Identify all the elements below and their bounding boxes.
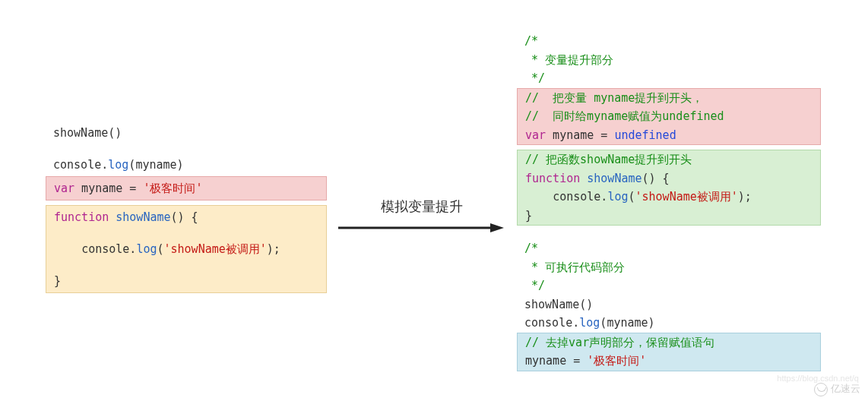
code-text: ) <box>177 158 184 172</box>
comment-line: * 变量提升部分 <box>517 51 821 70</box>
comment-line: /* <box>517 32 821 51</box>
code-text: myname <box>546 128 600 142</box>
code-text: 'showName被调用' <box>164 242 267 256</box>
code-line: console.log(myname) <box>517 314 821 333</box>
watermark-text: 亿速云 <box>831 383 860 394</box>
comment-line: */ <box>517 276 821 295</box>
comment-line: // 同时给myname赋值为undefined <box>518 107 820 126</box>
blue-box: // 去掉var声明部分，保留赋值语句 myname = '极客时间' <box>517 333 821 371</box>
code-text: myname <box>525 354 573 368</box>
comment-line: // 把函数showName提升到开头 <box>518 150 820 169</box>
code-text: function <box>54 210 109 224</box>
code-line: myname = '极客时间' <box>518 352 820 371</box>
comment-line: * 可执行代码部分 <box>517 258 821 277</box>
code-line: function showName() { <box>46 206 326 229</box>
code-line: } <box>46 270 326 292</box>
code-text: myname <box>135 158 176 172</box>
code-text: console <box>524 316 572 330</box>
pink-box: // 把变量 myname提升到开头， // 同时给myname赋值为undef… <box>517 88 821 146</box>
code-text: '极客时间' <box>136 182 202 195</box>
indent <box>54 242 81 256</box>
code-line: var myname = '极客时间' <box>46 177 326 200</box>
arrow-label: 模拟变量提升 <box>334 197 509 216</box>
comment-line: // 去掉var声明部分，保留赋值语句 <box>518 333 820 352</box>
code-line: var myname = undefined <box>518 126 820 145</box>
code-text: } <box>54 274 61 288</box>
spacer <box>46 144 327 153</box>
code-text: ( <box>628 190 635 204</box>
code-text: log <box>579 316 600 330</box>
code-text: undefined <box>607 128 676 142</box>
code-text: ) <box>648 316 655 330</box>
code-line: console.log(myname) <box>46 153 327 176</box>
pink-box: var myname = '极客时间' <box>46 176 327 200</box>
code-text: . <box>101 158 108 172</box>
arrow-icon <box>338 220 505 235</box>
green-box: // 把函数showName提升到开头 function showName() … <box>517 150 821 226</box>
code-text: ( <box>157 242 163 256</box>
code-text: console <box>553 190 600 204</box>
code-line: showName() <box>517 295 821 314</box>
code-line: function showName() { <box>518 169 820 188</box>
code-text: function <box>525 172 580 185</box>
code-text: myname <box>607 316 648 330</box>
left-code-block: showName() console.log(myname) var mynam… <box>46 122 327 298</box>
yellow-box: function showName() { console.log('showN… <box>46 205 327 293</box>
code-text: ); <box>267 242 280 256</box>
code-text: () { <box>171 210 198 224</box>
comment-line: // 把变量 myname提升到开头， <box>518 89 820 108</box>
cloud-icon <box>814 383 828 396</box>
spacer <box>46 229 326 238</box>
code-text: console <box>53 158 101 172</box>
code-text: () { <box>642 172 670 185</box>
code-text: log <box>607 190 628 204</box>
code-line: } <box>518 207 820 226</box>
svg-marker-1 <box>490 223 504 232</box>
comment-line: /* <box>517 239 821 258</box>
code-text: log <box>108 158 128 172</box>
right-code-block: /* * 变量提升部分 */ // 把变量 myname提升到开头， // 同时… <box>517 32 821 376</box>
code-text: var <box>54 182 74 195</box>
code-text: showName <box>109 210 170 224</box>
code-text: var <box>525 128 546 142</box>
comment-line: */ <box>517 69 821 88</box>
code-text: ); <box>738 190 752 204</box>
code-text: showName() <box>524 298 593 311</box>
spacer <box>46 260 326 270</box>
code-text: console <box>81 242 129 256</box>
code-text: '极客时间' <box>580 354 646 368</box>
indent <box>525 190 553 204</box>
code-line: showName() <box>46 122 327 144</box>
code-line: console.log('showName被调用'); <box>46 238 326 260</box>
code-text: myname <box>74 182 129 195</box>
code-text: = <box>573 354 580 368</box>
watermark-url: https://blog.csdn.net/q <box>777 374 859 383</box>
code-text: log <box>136 242 157 256</box>
watermark: 亿速云 <box>814 382 860 396</box>
code-text: . <box>572 316 579 330</box>
code-text: } <box>525 209 532 223</box>
arrow-area: 模拟变量提升 <box>334 197 509 238</box>
code-text: showName <box>580 172 641 185</box>
code-text: 'showName被调用' <box>635 190 738 204</box>
spacer <box>517 230 821 239</box>
code-text: showName() <box>53 126 122 140</box>
code-line: console.log('showName被调用'); <box>518 188 820 207</box>
